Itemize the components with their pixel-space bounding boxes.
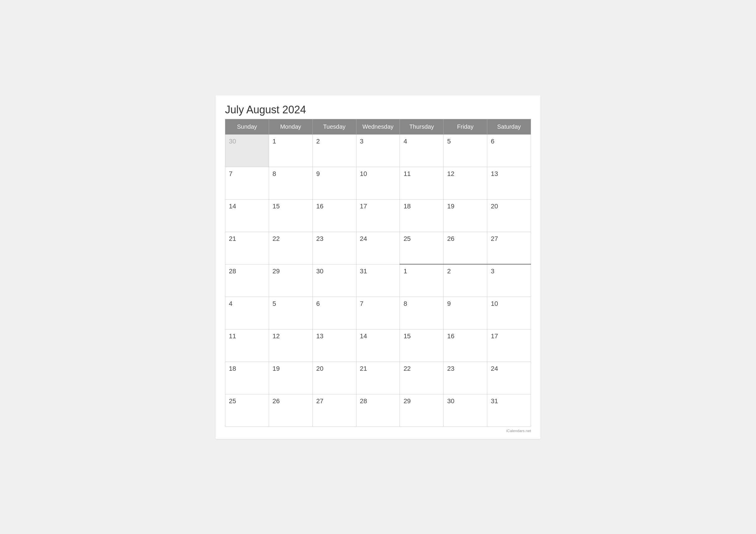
calendar-row: 11121314151617 xyxy=(225,329,531,361)
calendar-cell: 21 xyxy=(356,361,400,394)
calendar-cell: 3 xyxy=(356,134,400,167)
calendar-row: 18192021222324 xyxy=(225,361,531,394)
calendar-cell: 10 xyxy=(356,167,400,199)
calendar-cell: 25 xyxy=(225,394,269,427)
watermark: iCalendars.net xyxy=(225,429,531,433)
calendar-cell: 12 xyxy=(269,329,312,361)
calendar-cell: 23 xyxy=(444,361,487,394)
header-row: SundayMondayTuesdayWednesdayThursdayFrid… xyxy=(225,119,531,134)
calendar-row: 14151617181920 xyxy=(225,199,531,232)
calendar-container: July August 2024 SundayMondayTuesdayWedn… xyxy=(216,95,540,439)
calendar-cell: 18 xyxy=(225,361,269,394)
calendar-cell: 5 xyxy=(269,297,312,329)
header-day-wednesday: Wednesday xyxy=(356,119,400,134)
calendar-cell: 7 xyxy=(356,297,400,329)
calendar-cell: 26 xyxy=(444,232,487,264)
calendar-cell: 6 xyxy=(312,297,356,329)
calendar-cell: 30 xyxy=(225,134,269,167)
header-day-thursday: Thursday xyxy=(400,119,444,134)
calendar-cell: 1 xyxy=(269,134,312,167)
calendar-cell: 4 xyxy=(400,134,444,167)
calendar-cell: 9 xyxy=(312,167,356,199)
calendar-cell: 31 xyxy=(356,264,400,297)
calendar-cell: 8 xyxy=(269,167,312,199)
calendar-row: 30123456 xyxy=(225,134,531,167)
calendar-cell: 27 xyxy=(487,232,531,264)
calendar-table: SundayMondayTuesdayWednesdayThursdayFrid… xyxy=(225,119,531,427)
calendar-cell: 13 xyxy=(487,167,531,199)
calendar-cell: 15 xyxy=(400,329,444,361)
calendar-cell: 28 xyxy=(225,264,269,297)
calendar-cell: 4 xyxy=(225,297,269,329)
calendar-cell: 6 xyxy=(487,134,531,167)
calendar-cell: 31 xyxy=(487,394,531,427)
calendar-cell: 21 xyxy=(225,232,269,264)
calendar-row: 28293031123 xyxy=(225,264,531,297)
calendar-cell: 15 xyxy=(269,199,312,232)
header-day-tuesday: Tuesday xyxy=(312,119,356,134)
header-day-sunday: Sunday xyxy=(225,119,269,134)
calendar-body: 3012345678910111213141516171819202122232… xyxy=(225,134,531,427)
calendar-cell: 2 xyxy=(312,134,356,167)
calendar-cell: 20 xyxy=(312,361,356,394)
calendar-cell: 30 xyxy=(312,264,356,297)
calendar-cell: 8 xyxy=(400,297,444,329)
calendar-cell: 12 xyxy=(444,167,487,199)
calendar-header: SundayMondayTuesdayWednesdayThursdayFrid… xyxy=(225,119,531,134)
calendar-cell: 27 xyxy=(312,394,356,427)
calendar-cell: 30 xyxy=(444,394,487,427)
calendar-cell: 23 xyxy=(312,232,356,264)
calendar-cell: 26 xyxy=(269,394,312,427)
header-day-saturday: Saturday xyxy=(487,119,531,134)
calendar-cell: 13 xyxy=(312,329,356,361)
calendar-row: 25262728293031 xyxy=(225,394,531,427)
header-day-friday: Friday xyxy=(444,119,487,134)
calendar-cell: 25 xyxy=(400,232,444,264)
header-day-monday: Monday xyxy=(269,119,312,134)
calendar-cell: 29 xyxy=(269,264,312,297)
calendar-cell: 7 xyxy=(225,167,269,199)
calendar-cell: 20 xyxy=(487,199,531,232)
calendar-row: 21222324252627 xyxy=(225,232,531,264)
calendar-title: July August 2024 xyxy=(225,104,531,116)
calendar-cell: 5 xyxy=(444,134,487,167)
calendar-cell: 17 xyxy=(356,199,400,232)
calendar-cell: 14 xyxy=(225,199,269,232)
calendar-cell: 19 xyxy=(444,199,487,232)
calendar-cell: 22 xyxy=(269,232,312,264)
calendar-cell: 11 xyxy=(400,167,444,199)
calendar-cell: 24 xyxy=(356,232,400,264)
calendar-cell: 24 xyxy=(487,361,531,394)
calendar-row: 78910111213 xyxy=(225,167,531,199)
calendar-cell: 11 xyxy=(225,329,269,361)
calendar-cell: 28 xyxy=(356,394,400,427)
calendar-cell: 16 xyxy=(312,199,356,232)
calendar-cell: 16 xyxy=(444,329,487,361)
calendar-cell: 10 xyxy=(487,297,531,329)
calendar-cell: 1 xyxy=(400,264,444,297)
calendar-cell: 19 xyxy=(269,361,312,394)
calendar-cell: 2 xyxy=(444,264,487,297)
calendar-cell: 3 xyxy=(487,264,531,297)
calendar-cell: 18 xyxy=(400,199,444,232)
calendar-cell: 9 xyxy=(444,297,487,329)
calendar-cell: 22 xyxy=(400,361,444,394)
calendar-cell: 29 xyxy=(400,394,444,427)
calendar-cell: 14 xyxy=(356,329,400,361)
calendar-cell: 17 xyxy=(487,329,531,361)
calendar-row: 45678910 xyxy=(225,297,531,329)
